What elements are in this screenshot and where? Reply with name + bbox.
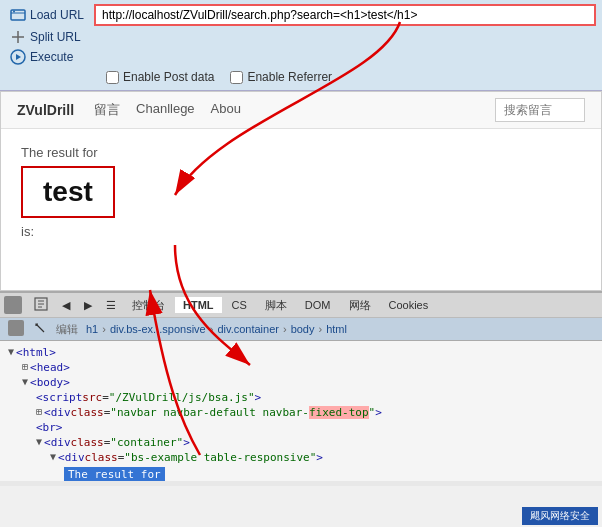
site-brand: ZVulDrill xyxy=(17,102,74,118)
enable-referrer-label[interactable]: Enable Referrer xyxy=(230,70,332,84)
browser-viewport: ZVulDrill 留言 Chanllege Abou The result f… xyxy=(0,91,602,291)
site-content: The result for test is: xyxy=(1,129,601,255)
tree-line-bs-example: ▼ <div class="bs-example table-responsiv… xyxy=(8,450,594,465)
load-url-label: Load URL xyxy=(30,8,84,22)
breadcrumb-inspect-btn[interactable] xyxy=(28,320,52,338)
devtools-panel: ◀ ▶ ☰ 控制台 HTML CS 脚本 DOM 网络 Cookies 编辑 h… xyxy=(0,291,602,486)
result-value: test xyxy=(43,176,93,208)
devtools-tab-cookies[interactable]: Cookies xyxy=(381,297,437,313)
devtools-tab-network[interactable]: 网络 xyxy=(341,296,379,315)
tree-line-body: ▼ <body> xyxy=(8,375,594,390)
tree-line-br: <br> xyxy=(8,420,594,435)
url-input[interactable] xyxy=(94,4,596,26)
breadcrumb-div-container[interactable]: div.container xyxy=(217,323,279,335)
tree-line-html: ▼ <html> xyxy=(8,345,594,360)
tree-line-head: ⊞ <head> xyxy=(8,360,594,375)
tree-line-selected[interactable]: The result for<h1>test</h1> xyxy=(8,465,594,481)
devtools-tab-html[interactable]: HTML xyxy=(175,297,222,313)
devtools-tree: ▼ <html> ⊞ <head> ▼ <body> <script src="… xyxy=(0,341,602,481)
toolbar-row-1: Load URL xyxy=(6,4,596,26)
nav-chanllege[interactable]: Chanllege xyxy=(136,101,195,119)
devtools-tab-script[interactable]: 脚本 xyxy=(257,296,295,315)
devtools-tab-css[interactable]: CS xyxy=(224,297,255,313)
nav-abou[interactable]: Abou xyxy=(211,101,241,119)
watermark: 飓风网络安全 xyxy=(522,507,598,525)
devtools-back-btn[interactable]: ◀ xyxy=(56,297,76,314)
devtools-tab-dom[interactable]: DOM xyxy=(297,297,339,313)
devtools-breadcrumb: 编辑 h1 › div.bs-ex...sponsive › div.conta… xyxy=(0,318,602,341)
tree-line-navbar: ⊞ <div class="navbar navbar-default navb… xyxy=(8,405,594,420)
site-nav: ZVulDrill 留言 Chanllege Abou xyxy=(1,92,601,129)
devtools-toolbar: ◀ ▶ ☰ 控制台 HTML CS 脚本 DOM 网络 Cookies xyxy=(0,293,602,318)
devtools-logo xyxy=(4,296,22,314)
result-for-label: The result for xyxy=(21,145,581,160)
tree-line-container: ▼ <div class="container"> xyxy=(8,435,594,450)
split-url-label: Split URL xyxy=(30,30,81,44)
split-url-button[interactable]: Split URL xyxy=(6,28,85,46)
enable-post-checkbox[interactable] xyxy=(106,71,119,84)
toolbar-row-2: Split URL xyxy=(6,28,596,46)
tree-line-script: <script src="/ZVulDrill/js/bsa.js"> xyxy=(8,390,594,405)
result-is-label: is: xyxy=(21,224,581,239)
load-url-icon xyxy=(10,7,26,23)
split-url-icon xyxy=(10,29,26,45)
svg-rect-4 xyxy=(8,320,24,336)
devtools-inspect-btn[interactable] xyxy=(28,295,54,315)
result-box: test xyxy=(21,166,115,218)
execute-icon xyxy=(10,49,26,65)
devtools-menu-btn[interactable]: ☰ xyxy=(100,297,122,314)
toolbar-row-3: Execute xyxy=(6,48,596,66)
execute-label: Execute xyxy=(30,50,73,64)
search-box[interactable] xyxy=(495,98,585,122)
devtools-logo-small xyxy=(8,320,24,338)
devtools-fwd-btn[interactable]: ▶ xyxy=(78,297,98,314)
enable-post-label[interactable]: Enable Post data xyxy=(106,70,214,84)
execute-button[interactable]: Execute xyxy=(6,48,77,66)
svg-point-1 xyxy=(13,11,15,13)
enable-referrer-checkbox[interactable] xyxy=(230,71,243,84)
breadcrumb-body[interactable]: body xyxy=(291,323,315,335)
devtools-tab-console[interactable]: 控制台 xyxy=(124,296,173,315)
checkbox-row: Enable Post data Enable Referrer xyxy=(6,68,596,86)
breadcrumb-html[interactable]: html xyxy=(326,323,347,335)
breadcrumb-div-responsive[interactable]: div.bs-ex...sponsive xyxy=(110,323,206,335)
nav-liuyan[interactable]: 留言 xyxy=(94,101,120,119)
load-url-button[interactable]: Load URL xyxy=(6,6,88,24)
toolbar: Load URL Split URL Execute Ena xyxy=(0,0,602,91)
nav-links: 留言 Chanllege Abou xyxy=(94,101,241,119)
breadcrumb-h1[interactable]: h1 xyxy=(86,323,98,335)
